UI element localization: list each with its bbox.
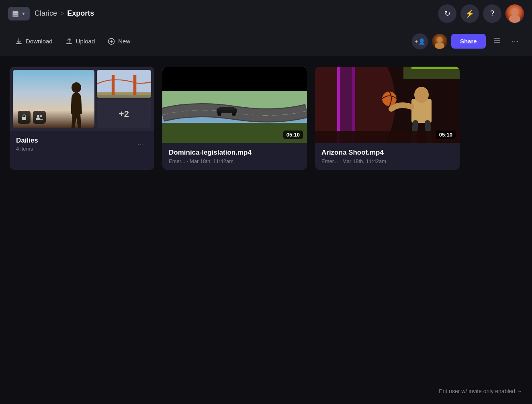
refresh-button[interactable]: ↻ — [438, 4, 456, 23]
svg-point-27 — [232, 112, 236, 116]
svg-point-15 — [40, 115, 42, 117]
folder-images-container: +2 — [10, 67, 154, 131]
toolbar-left: Download Upload New — [10, 35, 410, 48]
logo-icon: ▤ — [12, 9, 19, 18]
folder-info: Dailies 4 items ··· — [10, 131, 154, 157]
svg-point-39 — [382, 92, 397, 106]
download-label: Download — [26, 38, 53, 45]
video-thumbnail-dominica: 05:10 — [162, 67, 307, 143]
plus-icon — [108, 38, 115, 45]
svg-rect-18 — [112, 75, 115, 95]
avatar-image — [505, 4, 524, 23]
list-view-icon — [493, 36, 501, 44]
svg-point-1 — [512, 8, 518, 16]
person-silhouette — [64, 82, 88, 128]
breadcrumb-root[interactable]: Clarice — [35, 9, 57, 18]
download-button[interactable]: Download — [10, 35, 58, 48]
topbar-right: ↻ ⚡ ? — [438, 4, 524, 23]
video-info-dominica: Dominica-legislation.mp4 Emer... · Mar 1… — [162, 143, 307, 170]
folder-extra-count: +2 — [97, 100, 151, 128]
video-card-arizona[interactable]: 05:10 Arizona Shoot.mp4 Emer... · Mar 18… — [315, 67, 460, 170]
logo-button[interactable]: ▤ ▼ — [8, 7, 30, 20]
collaborator-avatar-image — [432, 34, 447, 49]
user-avatar[interactable] — [505, 4, 524, 23]
svg-point-7 — [437, 37, 442, 43]
more-icon: ··· — [512, 38, 519, 45]
share-button[interactable]: Share — [451, 34, 486, 49]
add-user-icon: +👤 — [415, 38, 425, 45]
svg-rect-13 — [22, 117, 26, 120]
breadcrumb-separator: > — [60, 10, 64, 17]
svg-rect-9 — [494, 38, 500, 39]
svg-point-2 — [509, 15, 520, 23]
logo-dropdown-icon: ▼ — [21, 11, 26, 16]
svg-rect-3 — [16, 43, 22, 44]
folder-more-icon: ··· — [137, 141, 145, 147]
video-thumbnail-arizona: 05:10 — [315, 67, 460, 143]
upload-icon — [65, 38, 73, 45]
video-meta-sep-dominica: · — [187, 158, 190, 164]
video-duration-dominica: 05:10 — [283, 131, 303, 139]
svg-point-14 — [37, 115, 39, 117]
add-user-button[interactable]: +👤 — [412, 33, 428, 49]
help-icon: ? — [490, 9, 494, 18]
video-meta-arizona: Emer... · Mar 18th, 11:42am — [321, 158, 453, 164]
status-text: Ent user w/ invite only enabled → — [439, 388, 522, 394]
video-uploader-dominica: Emer... — [169, 158, 185, 164]
extra-count-label: +2 — [119, 109, 129, 119]
svg-rect-19 — [133, 75, 136, 95]
upload-label: Upload — [76, 38, 95, 45]
breadcrumb-current: Exports — [67, 9, 94, 18]
lock-icon — [21, 114, 27, 120]
folder-badges — [18, 111, 46, 124]
share-label: Share — [460, 38, 477, 45]
svg-rect-25 — [219, 107, 234, 110]
svg-rect-11 — [494, 42, 500, 43]
upload-button[interactable]: Upload — [60, 35, 101, 48]
topbar-left: ▤ ▼ Clarice > Exports — [8, 7, 94, 20]
video-meta-dominica: Emer... · Mar 18th, 11:42am — [169, 158, 301, 164]
svg-point-38 — [414, 87, 429, 103]
toolbar-right: +👤 Share — [412, 33, 522, 49]
video-uploader-arizona: Emer... — [321, 158, 338, 164]
download-icon — [15, 38, 23, 45]
folder-more-button[interactable]: ··· — [134, 139, 148, 149]
breadcrumb: Clarice > Exports — [35, 9, 94, 18]
svg-rect-36 — [411, 67, 460, 69]
bridge-svg — [97, 70, 151, 98]
lightning-button[interactable]: ⚡ — [460, 4, 479, 23]
folder-name: Dailies — [16, 137, 38, 145]
new-label: New — [118, 38, 130, 45]
video-date-arizona: Mar 18th, 11:42am — [342, 158, 386, 164]
list-view-button[interactable] — [490, 33, 504, 49]
video-duration-arizona: 05:10 — [436, 131, 456, 139]
video-meta-sep-arizona: · — [340, 158, 342, 164]
new-button[interactable]: New — [102, 35, 136, 48]
video-date-dominica: Mar 18th, 11:42am — [190, 158, 233, 164]
folder-card-dailies[interactable]: +2 Dailies 4 items ··· — [10, 67, 154, 170]
refresh-icon: ↻ — [444, 9, 450, 18]
svg-rect-4 — [66, 43, 72, 44]
svg-point-8 — [435, 43, 444, 49]
folder-details: Dailies 4 items — [16, 137, 38, 152]
svg-rect-20 — [97, 95, 151, 97]
help-button[interactable]: ? — [483, 4, 501, 23]
lightning-icon: ⚡ — [465, 9, 474, 18]
bridge-bg-element — [97, 70, 151, 98]
lock-badge — [18, 111, 31, 124]
people-badge — [33, 111, 46, 124]
video-info-arizona: Arizona Shoot.mp4 Emer... · Mar 18th, 11… — [315, 143, 460, 170]
collaborator-avatar[interactable] — [432, 34, 447, 49]
folder-bridge-image — [97, 70, 151, 98]
folder-main-image — [13, 70, 94, 128]
more-options-button[interactable]: ··· — [508, 35, 522, 48]
main-content: +2 Dailies 4 items ··· — [0, 55, 532, 181]
toolbar: Download Upload New +👤 — [0, 27, 532, 55]
footer-status: Ent user w/ invite only enabled → — [439, 388, 522, 394]
video-card-dominica[interactable]: 05:10 Dominica-legislation.mp4 Emer... ·… — [162, 67, 307, 170]
svg-point-26 — [217, 112, 221, 116]
topbar: ▤ ▼ Clarice > Exports ↻ ⚡ ? — [0, 0, 532, 27]
items-grid: +2 Dailies 4 items ··· — [10, 67, 522, 170]
svg-rect-10 — [494, 40, 500, 41]
svg-rect-29 — [162, 67, 307, 91]
